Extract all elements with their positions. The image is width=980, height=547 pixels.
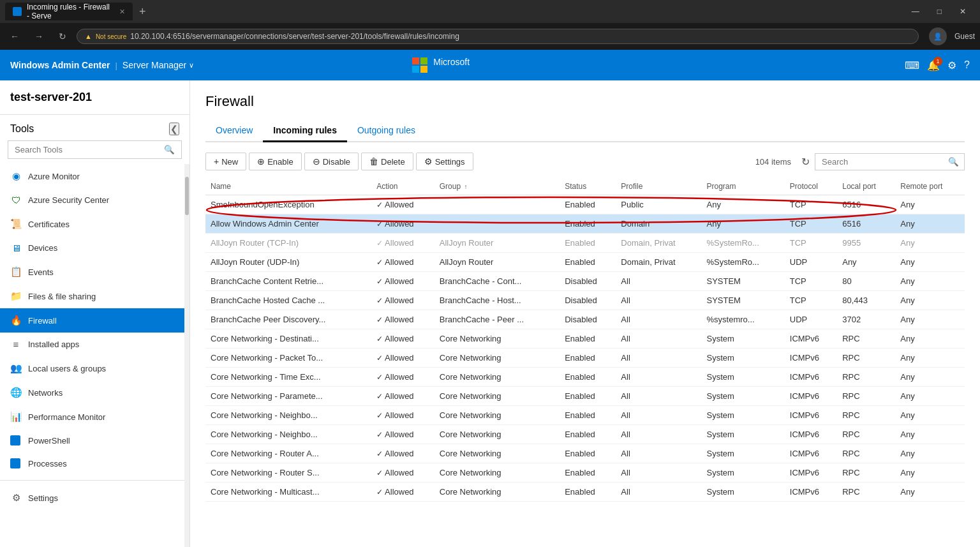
notifications-icon[interactable]: 🔔 1 — [927, 59, 940, 71]
sidebar-item-events[interactable]: 📋 Events — [0, 260, 184, 284]
cell-program: System — [701, 444, 784, 463]
minimize-button[interactable]: — — [903, 0, 928, 23]
cell-profile: All — [616, 310, 701, 329]
maximize-button[interactable]: □ — [928, 0, 951, 23]
check-icon: ✓ — [376, 296, 383, 305]
col-remote-port: Remote port — [895, 178, 965, 195]
cell-action: ✓ Allowed — [371, 368, 434, 387]
cell-profile: Public — [616, 195, 701, 214]
enable-rule-button[interactable]: ⊕ Enable — [249, 153, 301, 170]
server-manager-menu[interactable]: Server Manager ∨ — [122, 60, 194, 70]
delete-label: Delete — [381, 157, 405, 167]
cell-action: ✓ Allowed — [371, 444, 434, 463]
items-count: 104 items — [755, 157, 791, 167]
col-local-port: Local port — [837, 178, 895, 195]
sidebar-item-files-sharing[interactable]: 📁 Files & file sharing — [0, 284, 184, 308]
refresh-table-button[interactable]: ↻ — [799, 153, 812, 170]
profile-button[interactable]: 👤 — [929, 27, 947, 45]
table-row[interactable]: Core Networking - Neighbo... ✓ Allowed C… — [205, 425, 965, 444]
sidebar-divider — [0, 480, 184, 481]
cell-name: Core Networking - Time Exc... — [205, 368, 371, 387]
table-row[interactable]: Allow Windows Admin Center ✓ Allowed Ena… — [205, 214, 965, 234]
tab-incoming-rules[interactable]: Incoming rules — [263, 120, 347, 142]
terminal-icon[interactable]: ⌨ — [905, 59, 919, 71]
help-icon[interactable]: ? — [964, 59, 970, 71]
sidebar-item-azure-monitor[interactable]: ◉ Azure Monitor — [0, 164, 184, 188]
table-row[interactable]: BranchCache Hosted Cache ... ✓ Allowed B… — [205, 291, 965, 310]
cell-action: ✓ Allowed — [371, 310, 434, 329]
scrollbar-thumb[interactable] — [185, 177, 189, 215]
app-header: Windows Admin Center | Server Manager ∨ … — [0, 50, 980, 80]
browser-tab-active[interactable]: Incoming rules - Firewall - Serve ✕ — [5, 3, 133, 20]
cell-action: ✓ Allowed — [371, 463, 434, 483]
powershell-icon — [10, 435, 20, 446]
close-button[interactable]: ✕ — [951, 0, 975, 23]
table-row[interactable]: Core Networking - Router S... ✓ Allowed … — [205, 463, 965, 483]
performance-icon: 📊 — [10, 411, 22, 423]
sidebar-item-processes[interactable]: Processes — [0, 452, 184, 475]
cell-action: ✓ Allowed — [371, 272, 434, 291]
table-row[interactable]: Core Networking - Time Exc... ✓ Allowed … — [205, 368, 965, 387]
col-status: Status — [560, 178, 616, 195]
table-row[interactable]: Core Networking - Paramete... ✓ Allowed … — [205, 387, 965, 406]
table-row[interactable]: AllJoyn Router (TCP-In) ✓ Allowed AllJoy… — [205, 234, 965, 253]
chevron-down-icon: ∨ — [189, 61, 194, 70]
sidebar-item-label: Devices — [28, 243, 57, 253]
table-row[interactable]: Core Networking - Router A... ✓ Allowed … — [205, 444, 965, 463]
cell-action: ✓ Allowed — [371, 234, 434, 253]
sidebar-item-networks[interactable]: 🌐 Networks — [0, 380, 184, 405]
settings-rule-button[interactable]: ⚙ Settings — [416, 153, 473, 170]
collapse-sidebar-button[interactable]: ❮ — [169, 123, 179, 135]
address-input[interactable]: ▲ Not secure 10.20.100.4:6516/servermana… — [77, 29, 919, 44]
sidebar-item-performance[interactable]: 📊 Performance Monitor — [0, 405, 184, 429]
sidebar-item-settings[interactable]: ⚙ Settings — [0, 486, 184, 510]
table-row[interactable]: Core Networking - Multicast... ✓ Allowed… — [205, 483, 965, 502]
sidebar-item-devices[interactable]: 🖥 Devices — [0, 236, 184, 260]
cell-status: Disabled — [560, 291, 616, 310]
new-icon: + — [214, 156, 219, 167]
table-row[interactable]: Core Networking - Packet To... ✓ Allowed… — [205, 348, 965, 368]
search-tools-input[interactable] — [8, 141, 158, 158]
forward-button[interactable]: → — [29, 29, 48, 44]
sidebar-scrollbar[interactable] — [184, 164, 189, 547]
new-tab-button[interactable]: + — [135, 5, 150, 19]
table-row[interactable]: Core Networking - Destinati... ✓ Allowed… — [205, 329, 965, 348]
sidebar-nav: ◉ Azure Monitor 🛡 Azure Security Center … — [0, 164, 184, 547]
address-text: 10.20.100.4:6516/servermanager/connectio… — [130, 32, 459, 41]
sidebar-item-installed-apps[interactable]: ≡ Installed apps — [0, 333, 184, 356]
disable-rule-button[interactable]: ⊖ Disable — [304, 153, 359, 170]
cell-remote-port: Any — [895, 368, 965, 387]
cell-status: Enabled — [560, 463, 616, 483]
cell-local-port: RPC — [837, 444, 895, 463]
sidebar-item-certificates[interactable]: 📜 Certificates — [0, 212, 184, 236]
tab-overview[interactable]: Overview — [205, 120, 263, 142]
tab-close-button[interactable]: ✕ — [119, 8, 125, 16]
tab-outgoing-rules[interactable]: Outgoing rules — [347, 120, 426, 142]
delete-rule-button[interactable]: 🗑 Delete — [361, 153, 413, 170]
sidebar-item-azure-security[interactable]: 🛡 Azure Security Center — [0, 188, 184, 212]
settings-icon[interactable]: ⚙ — [947, 59, 956, 71]
back-button[interactable]: ← — [5, 29, 24, 44]
check-icon: ✓ — [376, 488, 383, 497]
table-row[interactable]: BranchCache Peer Discovery... ✓ Allowed … — [205, 310, 965, 329]
check-icon: ✓ — [376, 315, 383, 324]
table-row[interactable]: Core Networking - Neighbo... ✓ Allowed C… — [205, 406, 965, 425]
cell-action: ✓ Allowed — [371, 406, 434, 425]
cell-protocol: ICMPv6 — [785, 368, 837, 387]
table-row[interactable]: SmeInboundOpenException ✓ Allowed Enable… — [205, 195, 965, 214]
sidebar-item-powershell[interactable]: PowerShell — [0, 429, 184, 452]
firewall-tabs: Overview Incoming rules Outgoing rules — [205, 120, 965, 142]
new-rule-button[interactable]: + New — [205, 153, 246, 170]
sidebar-item-local-users[interactable]: 👥 Local users & groups — [0, 356, 184, 380]
search-rules-input[interactable] — [815, 154, 943, 170]
cell-group: AllJoyn Router — [434, 234, 560, 253]
cell-name: Core Networking - Router A... — [205, 444, 371, 463]
search-tools-button[interactable]: 🔍 — [158, 141, 181, 158]
check-icon: ✓ — [376, 449, 383, 458]
search-rules-button[interactable]: 🔍 — [943, 154, 964, 170]
sidebar-item-firewall[interactable]: 🔥 Firewall — [0, 308, 184, 333]
cell-group: BranchCache - Peer ... — [434, 310, 560, 329]
refresh-button[interactable]: ↻ — [54, 29, 71, 44]
table-row[interactable]: BranchCache Content Retrie... ✓ Allowed … — [205, 272, 965, 291]
table-row[interactable]: AllJoyn Router (UDP-In) ✓ Allowed AllJoy… — [205, 253, 965, 272]
